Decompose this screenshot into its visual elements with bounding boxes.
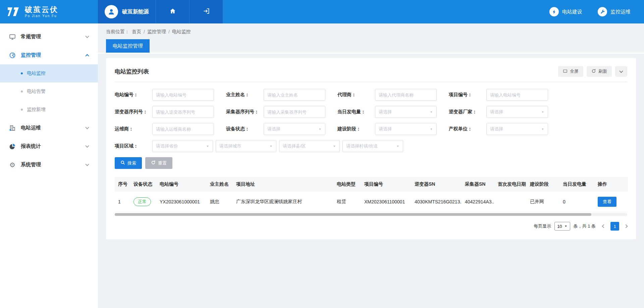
refresh-button[interactable]: 刷新 bbox=[587, 66, 612, 77]
nav-monitor-operation[interactable]: 监控运维 bbox=[598, 7, 631, 16]
sidebar-item-station-monitor[interactable]: 电站监控 bbox=[0, 64, 98, 82]
card-title: 电站监控列表 bbox=[115, 68, 149, 75]
reset-button[interactable]: 重置 bbox=[145, 157, 172, 169]
filter-actions: 搜索 重置 bbox=[115, 157, 627, 169]
next-page-button[interactable] bbox=[624, 224, 628, 228]
scrollbar-thumb[interactable] bbox=[115, 213, 591, 216]
select-placeholder: 请选择 bbox=[490, 109, 503, 115]
prev-page-button[interactable] bbox=[602, 224, 605, 228]
horizontal-scrollbar[interactable] bbox=[115, 213, 627, 216]
inverter-sn-input[interactable] bbox=[152, 106, 214, 118]
page-number-button[interactable]: 1 bbox=[610, 222, 619, 231]
town-select[interactable]: 请选择村镇/街道 ▼ bbox=[342, 140, 403, 152]
nav-label: 监控运维 bbox=[610, 9, 631, 15]
wrench-icon bbox=[598, 7, 607, 16]
collector-sn-input[interactable] bbox=[264, 106, 325, 118]
county-select[interactable]: 请选择县/区 ▼ bbox=[279, 140, 340, 152]
fullscreen-button[interactable]: 全屏 bbox=[558, 66, 583, 77]
field-label: 项目区域： bbox=[115, 143, 152, 149]
home-button[interactable] bbox=[156, 0, 190, 23]
field-label: 当日发电量： bbox=[337, 109, 375, 115]
nav-station-construction[interactable]: 电站建设 bbox=[549, 7, 582, 16]
select-placeholder: 请选择 bbox=[267, 126, 280, 132]
sidebar-item-report-statistics[interactable]: 报表统计 bbox=[0, 137, 98, 156]
topbar: 破茧云伏 Po Jian Yun Fu 破茧新能源 电站建设 监控运 bbox=[0, 0, 644, 23]
caret-down-icon: ▼ bbox=[430, 128, 433, 131]
sidebar-item-station-alarm[interactable]: 电站告警 bbox=[0, 82, 98, 101]
select-placeholder: 请选择省份 bbox=[156, 143, 178, 149]
daily-energy-select[interactable]: 请选择 ▼ bbox=[375, 106, 437, 118]
col-header-device-status: 设备状态 bbox=[130, 177, 156, 192]
breadcrumb-home[interactable]: 首页 bbox=[132, 29, 141, 35]
user-icon bbox=[108, 8, 115, 15]
select-placeholder: 请选择 bbox=[379, 126, 392, 132]
fullscreen-label: 全屏 bbox=[570, 68, 579, 74]
radar-icon bbox=[9, 52, 16, 59]
card-toolbar: 全屏 刷新 bbox=[558, 66, 627, 77]
sidebar-item-monitor-management[interactable]: 监控管理 bbox=[0, 46, 98, 64]
per-page-select[interactable]: 10 ▼ bbox=[554, 222, 570, 231]
cell-project-no: XM2023061100001 bbox=[361, 192, 411, 212]
field-label: 业主姓名： bbox=[226, 92, 264, 98]
tab-station-monitor-management[interactable]: 电站监控管理 bbox=[106, 39, 150, 53]
cell-inverter-sn: 4030KMTS216G0213... bbox=[411, 192, 462, 212]
select-placeholder: 请选择城市 bbox=[219, 143, 241, 149]
col-header-collector-sn: 采集器SN bbox=[462, 177, 494, 192]
chevron-down-icon bbox=[85, 125, 89, 129]
logout-button[interactable] bbox=[190, 0, 223, 23]
field-label: 项目编号： bbox=[449, 92, 486, 98]
col-header-daily-energy: 当日发电量 bbox=[559, 177, 594, 192]
property-unit-select[interactable]: 请选择 ▼ bbox=[486, 123, 548, 135]
agent-input[interactable] bbox=[375, 89, 437, 101]
topbar-spacer bbox=[223, 0, 549, 23]
cell-collector-sn: 40422914A3... bbox=[462, 192, 494, 212]
cell-actions: 查看 bbox=[594, 192, 628, 212]
province-select[interactable]: 请选择省份 ▼ bbox=[152, 140, 213, 152]
select-placeholder: 请选择县/区 bbox=[283, 143, 306, 149]
station-monitor-card: 电站监控列表 全屏 刷新 bbox=[106, 58, 636, 239]
device-status-select[interactable]: 请选择 ▼ bbox=[264, 123, 325, 135]
caret-down-icon: ▼ bbox=[206, 145, 209, 148]
caret-down-icon: ▼ bbox=[541, 111, 544, 114]
breadcrumb-prefix: 当前位置： bbox=[106, 29, 129, 35]
col-header-station-no: 电站编号 bbox=[156, 177, 207, 192]
sidebar-item-system-management[interactable]: ⚙ 系统管理 bbox=[0, 156, 98, 174]
field-label: 产权单位： bbox=[449, 126, 486, 132]
field-label: 运维商： bbox=[115, 126, 152, 132]
breadcrumb-separator: / bbox=[144, 29, 145, 35]
operator-input[interactable] bbox=[152, 123, 214, 135]
breadcrumb: 当前位置： 首页 / 监控管理 / 电站监控 bbox=[98, 23, 644, 35]
tab-bar: 电站监控管理 bbox=[98, 39, 644, 54]
collapse-button[interactable] bbox=[615, 66, 627, 77]
refresh-label: 刷新 bbox=[598, 68, 607, 74]
build-stage-select[interactable]: 请选择 ▼ bbox=[375, 123, 437, 135]
refresh-icon bbox=[591, 69, 596, 74]
view-button[interactable]: 查看 bbox=[598, 197, 616, 207]
cell-station-type: 租赁 bbox=[333, 192, 361, 212]
inverter-vendor-select[interactable]: 请选择 ▼ bbox=[486, 106, 548, 118]
project-no-input[interactable] bbox=[486, 89, 548, 101]
reset-icon bbox=[151, 160, 156, 166]
breadcrumb-separator: / bbox=[168, 29, 170, 35]
search-button[interactable]: 搜索 bbox=[115, 157, 142, 169]
breadcrumb-monitor-management[interactable]: 监控管理 bbox=[147, 29, 166, 35]
brand-logo: 破茧云伏 Po Jian Yun Fu bbox=[0, 0, 98, 23]
chevron-up-icon bbox=[85, 54, 89, 58]
monitor-icon bbox=[9, 34, 16, 40]
city-select[interactable]: 请选择城市 ▼ bbox=[216, 140, 276, 152]
sidebar-item-general-management[interactable]: 常规管理 bbox=[0, 27, 98, 46]
select-placeholder: 请选择村镇/街道 bbox=[346, 143, 378, 149]
sidebar-item-monitor-add[interactable]: 监控新增 bbox=[0, 101, 98, 119]
search-icon bbox=[120, 160, 125, 166]
user-account-button[interactable]: 破茧新能源 bbox=[98, 0, 156, 23]
station-no-input[interactable] bbox=[152, 89, 214, 101]
caret-down-icon: ▼ bbox=[318, 128, 322, 131]
station-table: 序号 设备状态 电站编号 业主姓名 项目地址 电站类型 项目编号 逆变器SN 采… bbox=[115, 177, 627, 216]
sidebar-item-station-operation[interactable]: 电站运维 bbox=[0, 119, 98, 137]
cell-first-power-date bbox=[494, 192, 527, 212]
select-placeholder: 请选择 bbox=[490, 126, 503, 132]
table-header-row: 序号 设备状态 电站编号 业主姓名 项目地址 电站类型 项目编号 逆变器SN 采… bbox=[115, 177, 628, 192]
owner-name-input[interactable] bbox=[264, 89, 325, 101]
pagination: 每页显示 10 ▼ 条，共 1 条 1 bbox=[115, 222, 627, 231]
bullet-icon bbox=[21, 72, 23, 74]
